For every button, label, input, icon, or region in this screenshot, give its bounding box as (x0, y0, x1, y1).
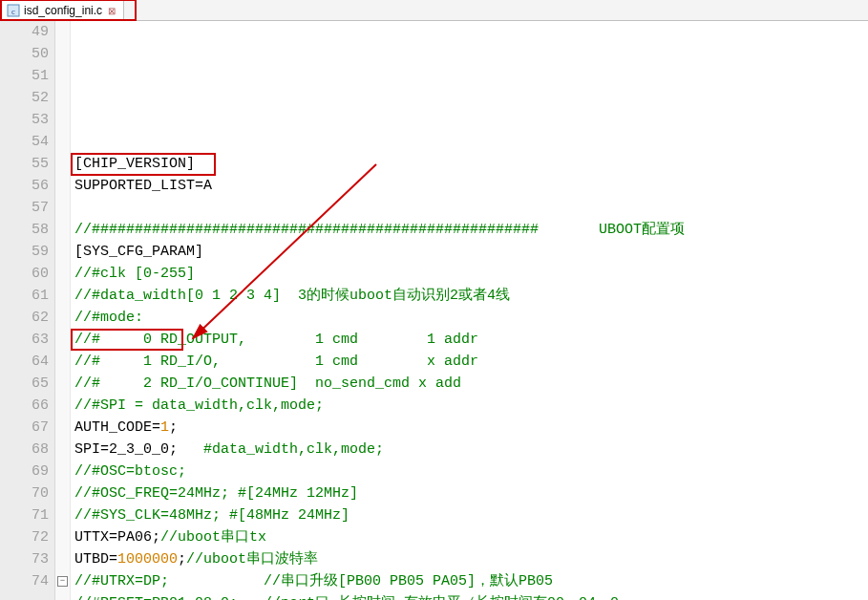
line-number: 57 (0, 197, 49, 219)
line-number-gutter: 4950515253545556575859606162636465666768… (0, 21, 55, 600)
line-number: 65 (0, 373, 49, 395)
svg-line-2 (193, 164, 376, 338)
line-number: 64 (0, 351, 49, 373)
line-number: 62 (0, 307, 49, 329)
line-number: 53 (0, 109, 49, 131)
line-number: 54 (0, 131, 49, 153)
line-number: 67 (0, 417, 49, 439)
line-number: 59 (0, 241, 49, 263)
line-number: 51 (0, 65, 49, 87)
line-number: 68 (0, 439, 49, 461)
fold-column: − (55, 21, 71, 600)
line-number: 71 (0, 504, 49, 526)
annotation-box-tab (0, 0, 137, 21)
line-number: 72 (0, 526, 49, 548)
line-number: 58 (0, 219, 49, 241)
line-number: 55 (0, 153, 49, 175)
line-number: 63 (0, 329, 49, 351)
line-number: 60 (0, 263, 49, 285)
tab-bar: c isd_config_ini.c ⊠ (0, 0, 868, 21)
code-area[interactable]: [CHIP_VERSION]SUPPORTED_LIST=A//########… (71, 21, 868, 600)
line-number: 69 (0, 461, 49, 482)
line-number: 49 (0, 21, 49, 43)
line-number: 70 (0, 482, 49, 504)
line-number: 73 (0, 548, 49, 570)
line-number: 74 (0, 570, 49, 592)
line-number: 61 (0, 285, 49, 307)
line-number: 66 (0, 395, 49, 417)
fold-toggle-icon[interactable]: − (57, 576, 68, 587)
editor: 4950515253545556575859606162636465666768… (0, 21, 868, 600)
line-number: 56 (0, 175, 49, 197)
line-number: 50 (0, 43, 49, 65)
annotation-arrow (71, 21, 644, 594)
line-number: 52 (0, 87, 49, 109)
